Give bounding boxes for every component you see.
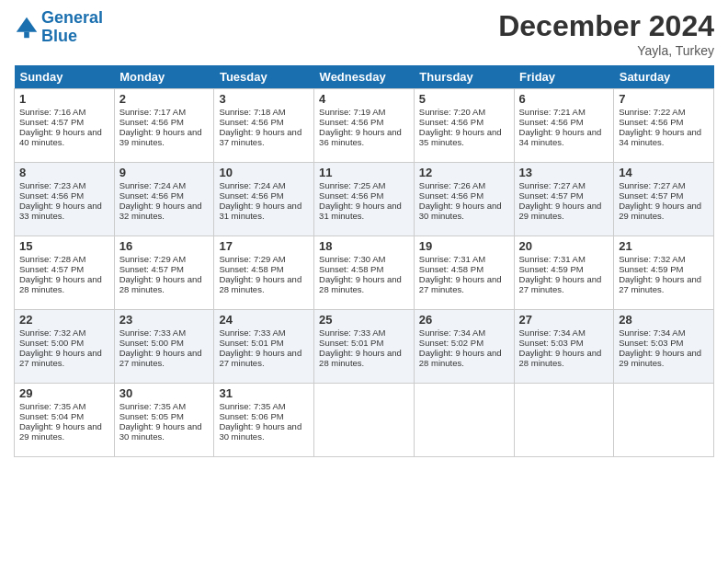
sunrise-text: Sunrise: 7:26 AM: [419, 180, 485, 190]
svg-rect-1: [24, 31, 29, 38]
calendar-week-4: 29Sunrise: 7:35 AMSunset: 5:04 PMDayligh…: [15, 384, 714, 457]
logo-text: General Blue: [41, 9, 103, 46]
sunset-text: Sunset: 4:56 PM: [219, 117, 283, 127]
day-number: 25: [319, 313, 409, 327]
calendar-day-27: 27Sunrise: 7:34 AMSunset: 5:03 PMDayligh…: [514, 310, 614, 384]
sunrise-text: Sunrise: 7:32 AM: [19, 327, 85, 338]
daylight-text: Daylight: 9 hours and 29 minutes.: [619, 348, 701, 368]
day-number: 31: [219, 386, 309, 400]
daylight-text: Daylight: 9 hours and 28 minutes.: [219, 274, 301, 294]
col-wednesday: Wednesday: [314, 65, 415, 89]
daylight-text: Daylight: 9 hours and 31 minutes.: [319, 201, 402, 221]
daylight-text: Daylight: 9 hours and 37 minutes.: [219, 127, 301, 147]
sunset-text: Sunset: 5:02 PM: [419, 338, 483, 348]
calendar-day-30: 30Sunrise: 7:35 AMSunset: 5:05 PMDayligh…: [114, 384, 214, 457]
empty-cell: [514, 384, 614, 457]
daylight-text: Daylight: 9 hours and 28 minutes.: [119, 274, 202, 294]
daylight-text: Daylight: 9 hours and 29 minutes.: [619, 201, 701, 221]
sunset-text: Sunset: 4:57 PM: [519, 190, 584, 201]
day-number: 24: [219, 313, 309, 327]
day-number: 26: [419, 313, 509, 327]
daylight-text: Daylight: 9 hours and 28 minutes.: [519, 348, 602, 368]
sunset-text: Sunset: 4:57 PM: [19, 117, 84, 127]
daylight-text: Daylight: 9 hours and 28 minutes.: [319, 274, 402, 294]
calendar-day-7: 7Sunrise: 7:22 AMSunset: 4:56 PMDaylight…: [614, 89, 714, 163]
sunrise-text: Sunrise: 7:31 AM: [519, 254, 586, 264]
sunrise-text: Sunrise: 7:34 AM: [619, 327, 685, 338]
day-number: 7: [619, 92, 709, 106]
sunset-text: Sunset: 4:56 PM: [319, 117, 383, 127]
day-number: 6: [519, 92, 609, 106]
sunset-text: Sunset: 4:56 PM: [19, 190, 84, 201]
day-number: 1: [19, 92, 109, 106]
daylight-text: Daylight: 9 hours and 34 minutes.: [519, 127, 602, 147]
daylight-text: Daylight: 9 hours and 30 minutes.: [219, 421, 301, 442]
daylight-text: Daylight: 9 hours and 30 minutes.: [119, 421, 202, 442]
calendar-day-22: 22Sunrise: 7:32 AMSunset: 5:00 PMDayligh…: [15, 310, 115, 384]
sunrise-text: Sunrise: 7:31 AM: [419, 254, 485, 264]
month-title: December 2024: [498, 9, 714, 43]
daylight-text: Daylight: 9 hours and 33 minutes.: [19, 201, 102, 221]
sunrise-text: Sunrise: 7:28 AM: [19, 254, 85, 264]
calendar-day-3: 3Sunrise: 7:18 AMSunset: 4:56 PMDaylight…: [214, 89, 314, 163]
calendar-day-28: 28Sunrise: 7:34 AMSunset: 5:03 PMDayligh…: [614, 310, 714, 384]
logo: General Blue: [14, 9, 103, 46]
calendar-day-23: 23Sunrise: 7:33 AMSunset: 5:00 PMDayligh…: [114, 310, 214, 384]
sunrise-text: Sunrise: 7:32 AM: [619, 254, 685, 264]
empty-cell: [314, 384, 415, 457]
sunset-text: Sunset: 4:58 PM: [319, 264, 383, 274]
svg-marker-0: [17, 17, 37, 32]
day-number: 27: [519, 313, 609, 327]
location: Yayla, Turkey: [498, 43, 714, 58]
day-number: 20: [519, 239, 609, 253]
daylight-text: Daylight: 9 hours and 28 minutes.: [419, 348, 502, 368]
daylight-text: Daylight: 9 hours and 34 minutes.: [619, 127, 701, 147]
day-number: 9: [119, 166, 210, 179]
sunrise-text: Sunrise: 7:25 AM: [319, 180, 385, 190]
sunrise-text: Sunrise: 7:34 AM: [419, 327, 485, 338]
day-number: 12: [419, 166, 509, 179]
day-number: 14: [619, 166, 709, 179]
sunrise-text: Sunrise: 7:16 AM: [19, 107, 85, 117]
empty-cell: [414, 384, 514, 457]
day-number: 19: [419, 239, 509, 253]
sunset-text: Sunset: 5:01 PM: [319, 338, 383, 348]
calendar-day-14: 14Sunrise: 7:27 AMSunset: 4:57 PMDayligh…: [614, 163, 714, 236]
sunrise-text: Sunrise: 7:34 AM: [519, 327, 586, 338]
calendar-day-25: 25Sunrise: 7:33 AMSunset: 5:01 PMDayligh…: [314, 310, 415, 384]
calendar-day-11: 11Sunrise: 7:25 AMSunset: 4:56 PMDayligh…: [314, 163, 415, 236]
calendar-week-2: 15Sunrise: 7:28 AMSunset: 4:57 PMDayligh…: [15, 236, 714, 310]
sunrise-text: Sunrise: 7:19 AM: [319, 107, 385, 117]
day-number: 15: [19, 239, 109, 253]
daylight-text: Daylight: 9 hours and 28 minutes.: [19, 274, 102, 294]
sunset-text: Sunset: 4:57 PM: [119, 264, 184, 274]
calendar-week-3: 22Sunrise: 7:32 AMSunset: 5:00 PMDayligh…: [15, 310, 714, 384]
col-tuesday: Tuesday: [214, 65, 314, 89]
day-number: 2: [119, 92, 210, 106]
sunrise-text: Sunrise: 7:33 AM: [119, 327, 186, 338]
day-number: 11: [319, 166, 409, 179]
sunset-text: Sunset: 4:56 PM: [219, 190, 283, 201]
daylight-text: Daylight: 9 hours and 28 minutes.: [319, 348, 402, 368]
sunset-text: Sunset: 4:57 PM: [19, 264, 84, 274]
sunset-text: Sunset: 5:03 PM: [619, 338, 683, 348]
daylight-text: Daylight: 9 hours and 31 minutes.: [219, 201, 301, 221]
day-number: 13: [519, 166, 609, 179]
calendar-day-21: 21Sunrise: 7:32 AMSunset: 4:59 PMDayligh…: [614, 236, 714, 310]
sunset-text: Sunset: 5:06 PM: [219, 411, 283, 421]
sunset-text: Sunset: 5:03 PM: [519, 338, 584, 348]
sunrise-text: Sunrise: 7:33 AM: [319, 327, 385, 338]
daylight-text: Daylight: 9 hours and 30 minutes.: [419, 201, 502, 221]
sunset-text: Sunset: 4:56 PM: [319, 190, 383, 201]
calendar-day-24: 24Sunrise: 7:33 AMSunset: 5:01 PMDayligh…: [214, 310, 314, 384]
calendar-day-17: 17Sunrise: 7:29 AMSunset: 4:58 PMDayligh…: [214, 236, 314, 310]
calendar-day-2: 2Sunrise: 7:17 AMSunset: 4:56 PMDaylight…: [114, 89, 214, 163]
calendar-day-31: 31Sunrise: 7:35 AMSunset: 5:06 PMDayligh…: [214, 384, 314, 457]
sunset-text: Sunset: 4:59 PM: [619, 264, 683, 274]
calendar-day-18: 18Sunrise: 7:30 AMSunset: 4:58 PMDayligh…: [314, 236, 415, 310]
daylight-text: Daylight: 9 hours and 27 minutes.: [219, 348, 301, 368]
daylight-text: Daylight: 9 hours and 27 minutes.: [119, 348, 202, 368]
calendar-day-26: 26Sunrise: 7:34 AMSunset: 5:02 PMDayligh…: [414, 310, 514, 384]
page-container: General Blue December 2024 Yayla, Turkey…: [0, 0, 728, 466]
sunset-text: Sunset: 4:57 PM: [619, 190, 683, 201]
